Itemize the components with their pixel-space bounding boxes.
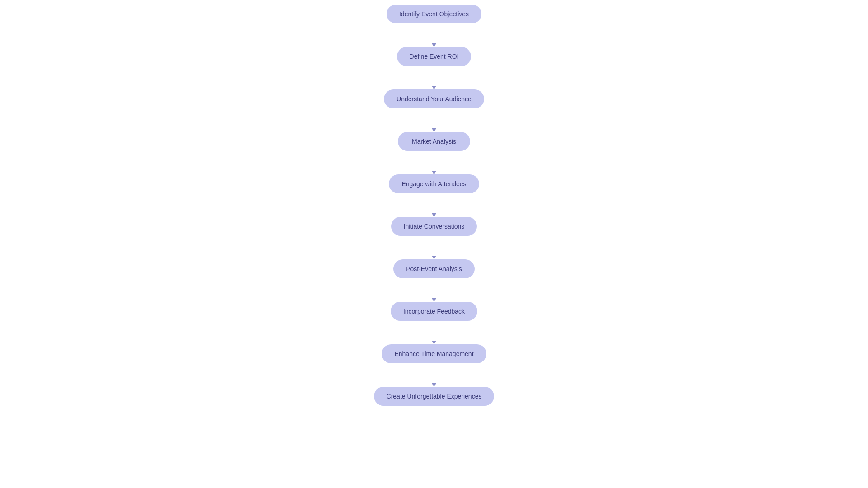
flow-connector-8 <box>434 363 434 387</box>
flow-node-initiate-conversations[interactable]: Initiate Conversations <box>391 217 477 236</box>
flow-node-identify-event-objectives[interactable]: Identify Event Objectives <box>387 5 481 23</box>
flow-node-understand-your-audience[interactable]: Understand Your Audience <box>384 89 484 108</box>
flow-node-define-event-roi[interactable]: Define Event ROI <box>397 47 472 66</box>
flow-connector-6 <box>434 278 434 302</box>
flow-node-enhance-time-management[interactable]: Enhance Time Management <box>382 344 486 363</box>
flowchart: Identify Event ObjectivesDefine Event RO… <box>0 0 868 406</box>
flow-connector-3 <box>434 151 434 174</box>
flow-connector-5 <box>434 236 434 259</box>
flow-connector-7 <box>434 321 434 344</box>
flow-node-post-event-analysis[interactable]: Post-Event Analysis <box>393 259 475 278</box>
flow-node-create-unforgettable-experiences[interactable]: Create Unforgettable Experiences <box>374 387 495 406</box>
flow-node-incorporate-feedback[interactable]: Incorporate Feedback <box>391 302 477 321</box>
flow-connector-0 <box>434 23 434 47</box>
flow-node-engage-with-attendees[interactable]: Engage with Attendees <box>389 174 479 193</box>
flow-node-market-analysis[interactable]: Market Analysis <box>398 132 470 151</box>
flow-connector-2 <box>434 108 434 132</box>
flow-connector-4 <box>434 193 434 217</box>
flow-connector-1 <box>434 66 434 89</box>
